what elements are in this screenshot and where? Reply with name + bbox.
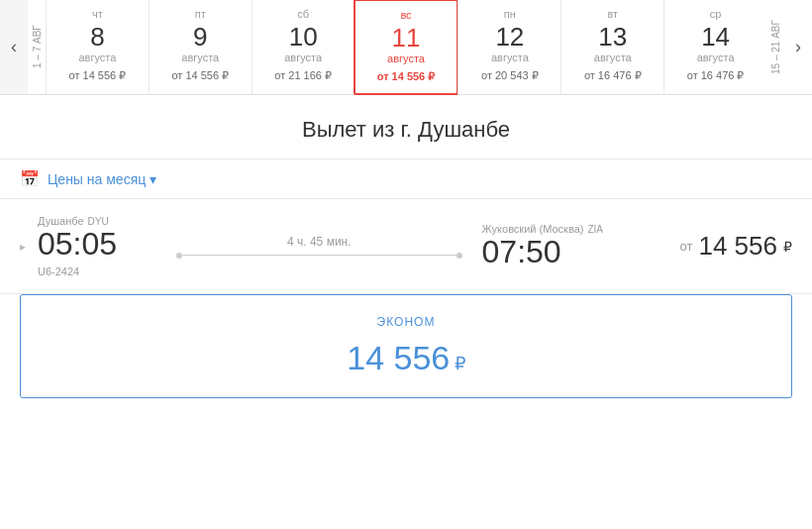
arrival-time: 07:50 <box>482 235 680 269</box>
calendar-days: ЧТ 8 августа от 14 556 ₽ ПТ 9 августа от… <box>46 0 766 94</box>
day-cell-10[interactable]: СБ 10 августа от 21 166 ₽ <box>252 0 355 94</box>
day-month: августа <box>181 52 219 63</box>
day-weekday: ПН <box>504 8 516 20</box>
day-cell-11[interactable]: ВС 11 августа от 14 556 ₽ <box>354 0 459 95</box>
price-from-label: от <box>680 239 693 254</box>
day-cell-8[interactable]: ЧТ 8 августа от 14 556 ₽ <box>46 0 149 94</box>
duration-text: 4 ч. 45 мин. <box>287 235 352 249</box>
day-price: от 14 556 ₽ <box>69 69 127 82</box>
day-weekday: СБ <box>297 8 309 20</box>
week-range-right: 15 – 21 АВГ <box>766 0 784 94</box>
prev-week-arrow[interactable]: ‹ <box>0 0 28 94</box>
day-month: августа <box>697 52 735 63</box>
flight-departure: Душанбе DYU 05:05 U6-2424 <box>38 215 156 277</box>
day-price: от 14 556 ₽ <box>377 70 436 83</box>
day-number: 11 <box>392 25 421 51</box>
flight-price-currency: ₽ <box>783 239 792 255</box>
tariff-price-row: 14 556 ₽ <box>41 339 771 377</box>
day-price: от 21 166 ₽ <box>274 69 332 82</box>
day-number: 9 <box>193 24 207 50</box>
section-title: Вылет из г. Душанбе <box>0 95 812 159</box>
day-weekday: СР <box>710 8 722 20</box>
day-month: августа <box>491 52 529 63</box>
flight-arrival: Жуковский (Москва) ZIA 07:50 <box>482 223 680 269</box>
day-number: 12 <box>495 24 524 50</box>
calendar-icon: 📅 <box>20 169 40 188</box>
tariff-box[interactable]: ЭКОНОМ 14 556 ₽ <box>20 294 792 398</box>
day-month: августа <box>387 53 425 64</box>
flight-main-row: ▸ Душанбе DYU 05:05 U6-2424 4 ч. 45 мин.… <box>20 215 792 277</box>
day-number: 8 <box>90 24 104 50</box>
flight-price-section: от 14 556 ₽ <box>680 231 792 262</box>
tariff-label: ЭКОНОМ <box>41 315 771 329</box>
flight-select-arrow: ▸ <box>20 240 26 254</box>
day-weekday: ВТ <box>607 8 618 20</box>
day-price: от 16 476 ₽ <box>687 69 745 82</box>
day-cell-12[interactable]: ПН 12 августа от 20 543 ₽ <box>457 0 560 94</box>
flight-duration: 4 ч. 45 мин. <box>156 235 482 259</box>
day-month: августа <box>284 52 322 63</box>
flight-number: U6-2424 <box>38 265 156 277</box>
day-cell-13[interactable]: ВТ 13 августа от 16 476 ₽ <box>560 0 663 94</box>
day-weekday: ЧТ <box>92 8 103 20</box>
price-month-bar: 📅 Цены на месяц ▾ <box>0 159 812 199</box>
day-cell-14[interactable]: СР 14 августа от 16 476 ₽ <box>663 0 766 94</box>
tariff-price-value: 14 556 <box>347 339 450 376</box>
flight-price-value: 14 556 <box>698 231 777 262</box>
line-bar <box>182 255 457 256</box>
tariff-price-currency: ₽ <box>455 354 465 373</box>
week-range-left: 1 – 7 АВГ <box>28 0 46 94</box>
day-price: от 14 556 ₽ <box>171 69 229 82</box>
day-price: от 16 476 ₽ <box>584 69 642 82</box>
day-weekday: ПТ <box>195 8 206 20</box>
calendar-strip: ‹ 1 – 7 АВГ ЧТ 8 августа от 14 556 ₽ ПТ … <box>0 0 812 95</box>
next-week-arrow[interactable]: › <box>784 0 812 94</box>
dropdown-arrow-icon: ▾ <box>150 171 156 187</box>
day-month: августа <box>594 52 632 63</box>
day-price: от 20 543 ₽ <box>481 69 539 82</box>
duration-line <box>176 253 462 259</box>
line-end-dot <box>457 253 462 259</box>
price-month-button[interactable]: Цены на месяц ▾ <box>48 171 156 187</box>
day-number: 14 <box>701 24 730 50</box>
day-number: 13 <box>598 24 627 50</box>
departure-time: 05:05 <box>38 227 156 262</box>
day-cell-9[interactable]: ПТ 9 августа от 14 556 ₽ <box>149 0 252 94</box>
day-month: августа <box>78 52 116 63</box>
arrival-code: ZIA <box>587 224 603 235</box>
flight-card: ▸ Душанбе DYU 05:05 U6-2424 4 ч. 45 мин.… <box>0 199 812 294</box>
day-number: 10 <box>289 24 318 50</box>
day-weekday: ВС <box>400 9 411 21</box>
